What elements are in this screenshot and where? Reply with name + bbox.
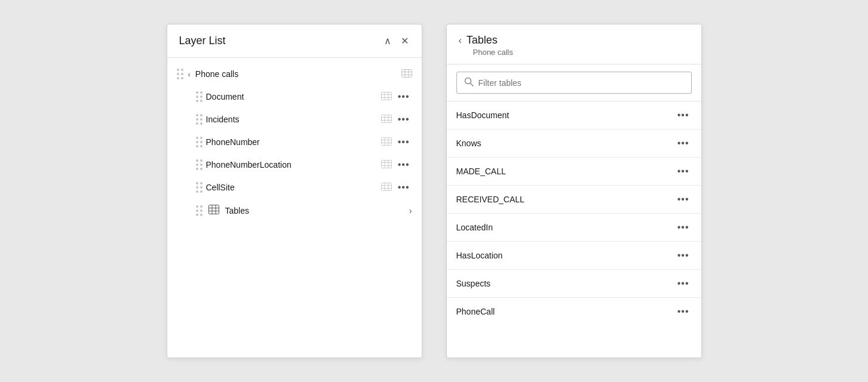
chevron-right-button[interactable]: › bbox=[409, 206, 412, 215]
table-row-name: HasLocation bbox=[456, 251, 670, 260]
collapse-button[interactable]: ∧ bbox=[383, 34, 392, 48]
tables-row-label: Tables bbox=[225, 206, 403, 215]
drag-handle[interactable] bbox=[196, 182, 203, 193]
layer-icon bbox=[381, 137, 392, 147]
layer-item-name: PhoneNumberLocation bbox=[206, 160, 378, 170]
tables-panel: ‹ Tables Phone calls HasDocument ••• Kno… bbox=[446, 24, 702, 358]
table-row-name: RECEIVED_CALL bbox=[456, 195, 670, 204]
tables-subtitle: Phone calls bbox=[473, 48, 689, 57]
table-row: Suspects ••• bbox=[447, 270, 701, 298]
tables-grid-icon bbox=[208, 205, 219, 217]
table-row: RECEIVED_CALL ••• bbox=[447, 186, 701, 214]
more-options-button[interactable]: ••• bbox=[675, 306, 692, 317]
table-row-name: HasDocument bbox=[456, 110, 670, 120]
layer-item-name: Document bbox=[206, 92, 378, 101]
svg-rect-0 bbox=[401, 69, 412, 77]
more-options-button[interactable]: ••• bbox=[675, 166, 692, 177]
svg-rect-15 bbox=[381, 137, 391, 145]
more-options-button[interactable]: ••• bbox=[395, 182, 412, 193]
table-row: PhoneCall ••• bbox=[447, 298, 701, 325]
more-options-button[interactable]: ••• bbox=[395, 91, 412, 102]
table-row-name: Knows bbox=[456, 138, 670, 148]
drag-handle[interactable] bbox=[196, 137, 203, 147]
header-icons: ∧ ✕ bbox=[383, 34, 410, 48]
drag-handle[interactable] bbox=[196, 114, 203, 125]
tables-panel-header: ‹ Tables Phone calls bbox=[447, 24, 701, 64]
more-options-button[interactable]: ••• bbox=[675, 278, 692, 289]
more-options-button[interactable]: ••• bbox=[675, 138, 692, 149]
drag-handle[interactable] bbox=[196, 205, 203, 216]
table-row-name: PhoneCall bbox=[456, 307, 670, 316]
layer-icon bbox=[401, 69, 412, 79]
search-icon bbox=[464, 77, 474, 88]
table-row-name: MADE_CALL bbox=[456, 167, 670, 176]
table-row-name: Suspects bbox=[456, 279, 670, 288]
layer-icon bbox=[381, 115, 392, 125]
more-options-button[interactable]: ••• bbox=[675, 194, 692, 205]
back-button[interactable]: ‹ bbox=[459, 35, 462, 46]
svg-rect-25 bbox=[381, 183, 391, 190]
close-button[interactable]: ✕ bbox=[400, 34, 410, 48]
list-item: PhoneNumberLocation ••• bbox=[167, 153, 422, 176]
svg-rect-20 bbox=[381, 160, 391, 168]
tables-back-row: ‹ Tables bbox=[459, 34, 689, 47]
back-icon: ‹ bbox=[459, 35, 462, 45]
more-options-button[interactable]: ••• bbox=[395, 114, 412, 125]
svg-line-36 bbox=[470, 84, 473, 87]
list-item: Incidents ••• bbox=[167, 108, 422, 131]
table-row-name: LocatedIn bbox=[456, 223, 670, 232]
svg-rect-5 bbox=[381, 92, 391, 100]
tables-list: HasDocument ••• Knows ••• MADE_CALL ••• … bbox=[447, 101, 701, 325]
chevron-down-button[interactable]: ‹ bbox=[187, 70, 192, 79]
svg-rect-30 bbox=[208, 205, 219, 214]
layer-icon bbox=[381, 160, 392, 170]
layer-list-panel: Layer List ∧ ✕ ‹ Phone calls bbox=[167, 24, 422, 358]
more-options-button[interactable]: ••• bbox=[395, 137, 412, 147]
layer-icon bbox=[381, 92, 392, 102]
layer-icon bbox=[381, 183, 392, 193]
layer-list-body: ‹ Phone calls Document bbox=[167, 58, 422, 227]
more-options-button[interactable]: ••• bbox=[395, 159, 412, 170]
tables-main-title: Tables bbox=[467, 34, 498, 47]
table-row: HasDocument ••• bbox=[447, 101, 701, 130]
layer-group-label: Phone calls bbox=[195, 69, 398, 79]
tables-row: Tables › bbox=[167, 199, 422, 223]
drag-handle[interactable] bbox=[196, 159, 203, 170]
more-options-button[interactable]: ••• bbox=[675, 250, 692, 261]
table-row: MADE_CALL ••• bbox=[447, 158, 701, 186]
table-row: Knows ••• bbox=[447, 130, 701, 158]
layer-item-name: PhoneNumber bbox=[206, 137, 378, 147]
table-row: LocatedIn ••• bbox=[447, 214, 701, 242]
close-icon: ✕ bbox=[401, 35, 409, 47]
more-options-button[interactable]: ••• bbox=[675, 222, 692, 233]
layer-group-row: ‹ Phone calls bbox=[167, 63, 422, 85]
collapse-icon: ∧ bbox=[384, 35, 391, 47]
layer-item-name: Incidents bbox=[206, 115, 378, 124]
filter-row bbox=[447, 64, 701, 101]
list-item: Document ••• bbox=[167, 85, 422, 108]
layer-list-title: Layer List bbox=[179, 35, 226, 47]
drag-handle[interactable] bbox=[196, 91, 203, 102]
table-row: HasLocation ••• bbox=[447, 242, 701, 270]
svg-rect-10 bbox=[381, 115, 391, 122]
filter-input-wrap bbox=[456, 72, 692, 94]
filter-input[interactable] bbox=[479, 78, 684, 88]
more-options-button[interactable]: ••• bbox=[675, 110, 692, 121]
list-item: PhoneNumber ••• bbox=[167, 131, 422, 153]
layer-item-name: CellSite bbox=[206, 183, 378, 192]
list-item: CellSite ••• bbox=[167, 176, 422, 199]
drag-handle[interactable] bbox=[177, 69, 183, 79]
layer-list-header: Layer List ∧ ✕ bbox=[167, 24, 422, 58]
